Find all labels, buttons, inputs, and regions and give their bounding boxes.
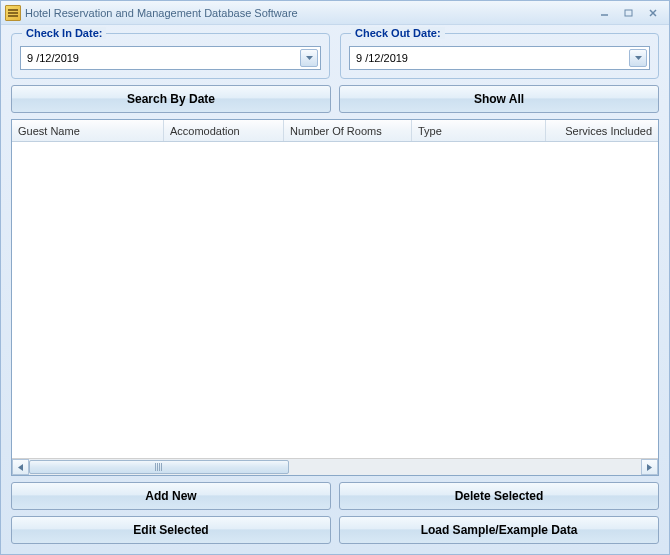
svg-marker-4	[306, 56, 313, 60]
close-button[interactable]	[643, 6, 663, 20]
checkout-label: Check Out Date:	[351, 27, 445, 39]
horizontal-scrollbar[interactable]	[12, 458, 658, 475]
window-controls	[595, 6, 663, 20]
svg-rect-1	[625, 10, 632, 16]
scroll-right-button[interactable]	[641, 459, 658, 475]
date-row: Check In Date: 9 /12/2019 Check Out Date…	[11, 33, 659, 79]
checkin-date-value: 9 /12/2019	[27, 52, 300, 64]
main-window: Hotel Reservation and Management Databas…	[0, 0, 670, 555]
load-sample-button[interactable]: Load Sample/Example Data	[339, 516, 659, 544]
checkout-date-value: 9 /12/2019	[356, 52, 629, 64]
app-icon	[5, 5, 21, 21]
checkin-group: Check In Date: 9 /12/2019	[11, 33, 330, 79]
checkin-label: Check In Date:	[22, 27, 106, 39]
search-by-date-button[interactable]: Search By Date	[11, 85, 331, 113]
content-area: Check In Date: 9 /12/2019 Check Out Date…	[1, 25, 669, 554]
action-row-2: Edit Selected Load Sample/Example Data	[11, 516, 659, 544]
column-type[interactable]: Type	[412, 120, 546, 141]
thumb-grip-icon	[155, 463, 163, 471]
checkout-dropdown-button[interactable]	[629, 49, 647, 67]
column-services-included[interactable]: Services Included	[546, 120, 658, 141]
column-accomodation[interactable]: Accomodation	[164, 120, 284, 141]
delete-selected-button[interactable]: Delete Selected	[339, 482, 659, 510]
search-button-row: Search By Date Show All	[11, 85, 659, 113]
scroll-left-button[interactable]	[12, 459, 29, 475]
svg-marker-6	[18, 464, 23, 471]
maximize-button[interactable]	[619, 6, 639, 20]
show-all-button[interactable]: Show All	[339, 85, 659, 113]
edit-selected-button[interactable]: Edit Selected	[11, 516, 331, 544]
action-row-1: Add New Delete Selected	[11, 482, 659, 510]
checkout-group: Check Out Date: 9 /12/2019	[340, 33, 659, 79]
checkout-date-input[interactable]: 9 /12/2019	[349, 46, 650, 70]
scroll-thumb[interactable]	[29, 460, 289, 474]
results-list: Guest Name Accomodation Number Of Rooms …	[11, 119, 659, 476]
list-body[interactable]	[12, 142, 658, 458]
minimize-button[interactable]	[595, 6, 615, 20]
add-new-button[interactable]: Add New	[11, 482, 331, 510]
svg-marker-7	[647, 464, 652, 471]
checkin-date-input[interactable]: 9 /12/2019	[20, 46, 321, 70]
column-guest-name[interactable]: Guest Name	[12, 120, 164, 141]
list-header: Guest Name Accomodation Number Of Rooms …	[12, 120, 658, 142]
svg-marker-5	[635, 56, 642, 60]
window-title: Hotel Reservation and Management Databas…	[25, 7, 595, 19]
scroll-track[interactable]	[29, 459, 641, 475]
checkin-dropdown-button[interactable]	[300, 49, 318, 67]
column-number-of-rooms[interactable]: Number Of Rooms	[284, 120, 412, 141]
titlebar: Hotel Reservation and Management Databas…	[1, 1, 669, 25]
